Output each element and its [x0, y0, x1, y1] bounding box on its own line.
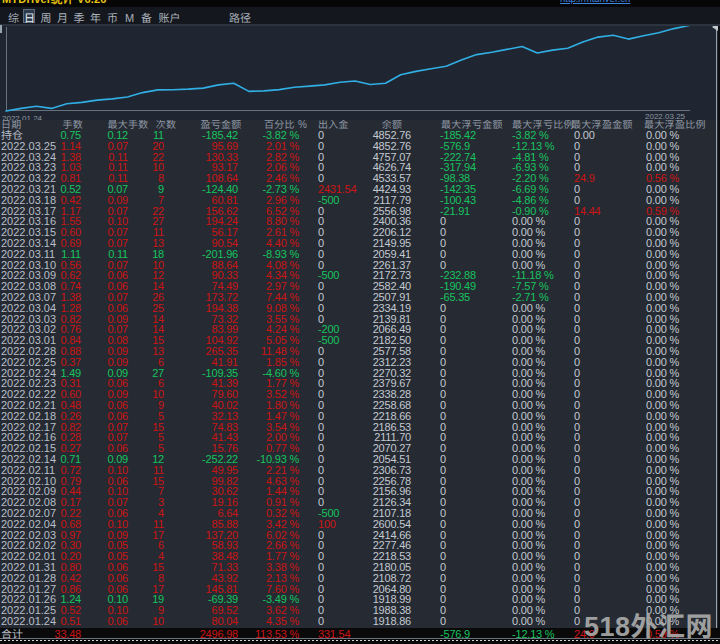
cell-max_float_profit: 0	[574, 508, 642, 519]
cell-max_float_profit: 0	[574, 411, 642, 422]
cell-max_float_loss: 0	[440, 227, 510, 238]
cell-max_float_profit: 14.44	[574, 206, 642, 217]
column-header-max_lots[interactable]: 最大手数	[104, 120, 152, 129]
cell-max_float_loss: 0	[440, 605, 510, 616]
cell-max_float_profit: 0	[574, 260, 642, 271]
column-header-pnl_pct[interactable]: 百分比 %	[263, 120, 308, 129]
column-header-lots[interactable]: 手数	[41, 120, 83, 129]
cell-max_float_profit: 0	[574, 584, 642, 595]
cell-max_float_profit: 0	[574, 184, 642, 195]
cell-max_float_loss: 0	[440, 573, 510, 584]
watermark: 518外汇网	[584, 605, 713, 644]
cell-max_float_loss: 0	[440, 389, 510, 400]
menu-item-2[interactable]: 日	[23, 9, 35, 23]
cell-max_float_profit: 0	[574, 497, 642, 508]
cell-max_float_loss: 0	[440, 378, 510, 389]
column-header-pnl[interactable]: 盈亏金额	[198, 120, 244, 129]
cell-max_float_profit: 0	[574, 281, 642, 292]
cell-max_float_profit: 0	[574, 389, 642, 400]
cell-max_float_loss_pct: 0.00 %	[512, 616, 572, 627]
app-title: MTDriver统计 V6.26	[2, 0, 107, 7]
cell-max_float_profit: 0	[574, 270, 642, 281]
menu-item-11[interactable]: 路径	[229, 10, 251, 24]
column-header-max_float_profit[interactable]: 最大浮盈金额	[571, 120, 631, 129]
cell-max_float_profit: 0	[574, 465, 642, 476]
menu-bar: 综日周月季年币M备账户路径	[0, 7, 720, 24]
cell-max_float_loss: 0	[440, 324, 510, 335]
menu-separator	[0, 24, 720, 26]
cell-max_float_profit: 0	[574, 400, 642, 411]
cell-max_float_loss: 0	[440, 508, 510, 519]
cell-pnl_pct: 113.53 %	[229, 629, 299, 640]
cell-max_float_profit: 0	[574, 573, 642, 584]
cell-max_float_loss: 0	[440, 454, 510, 465]
cell-lots: 33.48	[41, 629, 81, 640]
cell-max_float_profit: 0	[574, 303, 642, 314]
cell-max_float_loss: 0	[440, 368, 510, 379]
cell-max_float_profit: 0	[574, 216, 642, 227]
menu-item-10[interactable]: 账户	[159, 10, 181, 24]
cell-max_float_profit: 0	[574, 540, 642, 551]
cell-cash_flow: 331.54	[318, 629, 382, 640]
cell-max_float_profit: 0	[574, 335, 642, 346]
cell-max_float_profit: 0	[574, 314, 642, 325]
cell-max_float_loss: 0	[440, 443, 510, 454]
left-edge-tick	[0, 25, 2, 33]
menu-item-4[interactable]: 月	[57, 10, 68, 24]
column-header-max_float_loss_pct[interactable]: 最大浮亏比例	[512, 120, 570, 129]
cell-max_float_profit: 0	[574, 594, 642, 605]
column-header-trades[interactable]: 次数	[153, 120, 179, 129]
cell-max_float_loss: 0	[440, 411, 510, 422]
cell-balance: 1918.86	[341, 616, 411, 627]
cell-max_float_profit: 0	[574, 346, 642, 357]
cell-max_float_loss: 0	[440, 465, 510, 476]
cell-max_float_profit: 24.9	[574, 173, 642, 184]
column-header-max_float_loss[interactable]: 最大浮亏金额	[441, 120, 503, 129]
cell-max_float_profit: 0	[574, 519, 642, 530]
cell-max_float_loss: 0	[440, 346, 510, 357]
menu-item-7[interactable]: 币	[107, 10, 118, 24]
menu-item-1[interactable]: 综	[8, 10, 19, 24]
cell-pnl_pct: 4.35 %	[229, 616, 299, 627]
cell-max_float_loss: 0	[440, 357, 510, 368]
stats-table: 日期手数最大手数次数盈亏金额百分比 %出入金余额最大浮亏金额最大浮亏比例最大浮盈…	[0, 120, 720, 628]
website-link[interactable]: http://mtdriver.cn	[560, 0, 630, 4]
cell-max_float_profit: 0	[574, 227, 642, 238]
title-bar: MTDriver统计 V6.26 http://mtdriver.cn	[0, 0, 720, 7]
cell-max_float_loss: 0	[440, 616, 510, 627]
cell-max_float_loss: 0	[440, 486, 510, 497]
cell-max_float_loss: 0	[440, 519, 510, 530]
column-header-cash_flow[interactable]: 出入金	[318, 120, 352, 129]
cell-max_float_profit: 0	[574, 551, 642, 562]
menu-item-5[interactable]: 季	[74, 10, 85, 24]
cell-max_float_profit: 0	[574, 238, 642, 249]
cell-max_float_profit: 0	[574, 422, 642, 433]
equity-chart: 2022.01.24 2022.03.25	[0, 26, 720, 120]
menu-item-9[interactable]: 备	[141, 10, 152, 24]
cell-max_float_loss: 0	[440, 562, 510, 573]
cell-max_float_profit: 0	[574, 562, 642, 573]
menu-item-3[interactable]: 周	[41, 10, 52, 24]
cell-max_float_profit: 0	[574, 324, 642, 335]
cell-max_float_loss: 0	[440, 422, 510, 433]
column-header-balance[interactable]: 余额	[376, 120, 408, 129]
cell-max_float_profit: 0	[574, 357, 642, 368]
menu-item-6[interactable]: 年	[90, 10, 101, 24]
equity-curve	[0, 26, 720, 120]
cell-max_lots: 0.06	[88, 616, 128, 627]
cell-max_float_loss: -21.91	[440, 206, 510, 217]
cell-max_float_loss: 0	[440, 238, 510, 249]
cell-max_float_loss: 0	[440, 584, 510, 595]
column-header-max_float_profit_pct[interactable]: 最大浮盈比例	[644, 120, 714, 129]
cell-max_float_loss: -65.35	[440, 292, 510, 303]
scrollbar-track-edge[interactable]	[716, 24, 717, 640]
cell-max_float_loss: 0	[440, 400, 510, 411]
cell-max_float_profit: 0.00	[574, 130, 642, 141]
cell-max_float_loss: 0	[440, 540, 510, 551]
menu-item-8[interactable]: M	[125, 10, 134, 24]
cell-max_float_profit: 0	[574, 476, 642, 487]
cell-max_float_loss: -576.9	[440, 629, 510, 640]
cell-max_float_profit: 0	[574, 249, 642, 260]
cell-max_float_profit: 0	[574, 443, 642, 454]
cell-max_float_loss: 0	[440, 249, 510, 260]
